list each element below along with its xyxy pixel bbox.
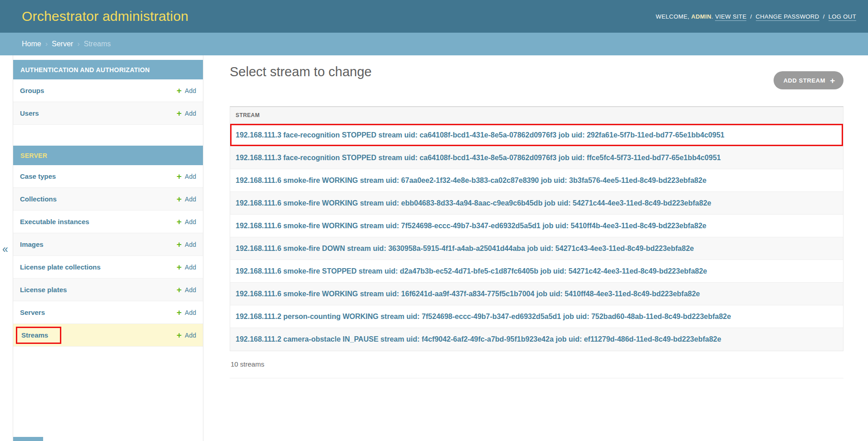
log-out-link[interactable]: LOG OUT	[829, 13, 856, 21]
main-content: Select stream to change ADD STREAM + STR…	[203, 55, 868, 378]
username-suffix: .	[711, 13, 713, 20]
page-title: Select stream to change	[230, 63, 843, 81]
sidebar-link-case-types[interactable]: Case types	[20, 172, 56, 180]
link-separator: /	[749, 13, 754, 20]
sidebar-link-license-plates[interactable]: License plates	[20, 286, 67, 294]
breadcrumb: Home › Server › Streams	[0, 33, 868, 55]
add-streams-link[interactable]: + Add	[177, 331, 196, 339]
sidebar-item-streams: Streams + Add	[13, 324, 203, 347]
sidebar-item-users: Users + Add	[13, 102, 203, 125]
stream-link[interactable]: 192.168.111.6 smoke-fire STOPPED stream …	[236, 267, 707, 275]
change-password-link[interactable]: CHANGE PASSWORD	[756, 13, 819, 21]
plus-icon: +	[177, 172, 182, 181]
welcome-label: WELCOME,	[656, 13, 690, 20]
add-users-link[interactable]: + Add	[177, 109, 196, 118]
sidebar-item-executable-instances: Executable instances + Add	[13, 211, 203, 233]
sidebar-link-images[interactable]: Images	[20, 240, 44, 248]
site-title[interactable]: Orchestrator administration	[22, 9, 188, 24]
column-header-stream[interactable]: STREAM	[236, 112, 260, 118]
plus-icon: +	[177, 285, 182, 294]
stream-link[interactable]: 192.168.111.6 smoke-fire WORKING stream …	[236, 290, 700, 298]
link-separator: /	[821, 13, 827, 20]
view-site-link[interactable]: VIEW SITE	[715, 13, 746, 21]
streams-highlight-box: Streams	[16, 327, 61, 344]
add-case-types-link[interactable]: + Add	[177, 172, 196, 181]
stream-row: 192.168.111.6 smoke-fire WORKING stream …	[230, 283, 843, 305]
app-header: Orchestrator administration WELCOME, ADM…	[0, 0, 868, 33]
stream-link[interactable]: 192.168.111.6 smoke-fire DOWN stream uid…	[236, 245, 694, 253]
add-license-plates-link[interactable]: + Add	[177, 285, 196, 294]
add-groups-link[interactable]: + Add	[177, 86, 196, 95]
stream-row: 192.168.111.3 face-recognition STOPPED s…	[230, 147, 843, 169]
plus-icon: +	[177, 109, 182, 118]
table-header-row: STREAM	[230, 107, 843, 124]
sidebar-link-groups[interactable]: Groups	[20, 87, 44, 94]
module-gap	[13, 125, 203, 146]
stream-row: 192.168.111.2 camera-obstacle IN_PAUSE s…	[230, 328, 843, 351]
stream-link[interactable]: 192.168.111.6 smoke-fire WORKING stream …	[236, 199, 711, 207]
sidebar-link-collections[interactable]: Collections	[20, 195, 57, 203]
sidebar-link-streams[interactable]: Streams	[21, 331, 48, 339]
user-tools: WELCOME, ADMIN. VIEW SITE / CHANGE PASSW…	[656, 13, 857, 20]
plus-icon: +	[177, 217, 182, 226]
add-license-plate-collections-link[interactable]: + Add	[177, 263, 196, 271]
add-images-link[interactable]: + Add	[177, 240, 196, 249]
sidebar-item-groups: Groups + Add	[13, 79, 203, 102]
sidebar-item-license-plates: License plates + Add	[13, 279, 203, 301]
plus-icon: +	[830, 76, 835, 85]
plus-icon: +	[177, 240, 182, 249]
sidebar-item-collections: Collections + Add	[13, 188, 203, 211]
add-collections-link[interactable]: + Add	[177, 195, 196, 203]
breadcrumb-server-link[interactable]: Server	[52, 40, 73, 48]
stream-table: STREAM 192.168.111.3 face-recognition ST…	[230, 106, 843, 351]
stream-row: 192.168.111.2 person-counting WORKING st…	[230, 305, 843, 328]
plus-icon: +	[177, 86, 182, 95]
plus-icon: +	[177, 263, 182, 271]
section-header-auth: AUTHENTICATION AND AUTHORIZATION	[13, 60, 203, 79]
app-sidebar: AUTHENTICATION AND AUTHORIZATION Groups …	[13, 55, 203, 441]
sidebar-item-license-plate-collections: License plate collections + Add	[13, 256, 203, 279]
sidebar-item-images: Images + Add	[13, 233, 203, 256]
breadcrumb-current: Streams	[84, 40, 111, 48]
add-servers-link[interactable]: + Add	[177, 308, 196, 317]
stream-row: 192.168.111.6 smoke-fire WORKING stream …	[230, 215, 843, 237]
stream-link[interactable]: 192.168.111.6 smoke-fire WORKING stream …	[236, 222, 706, 230]
stream-count: 10 streams	[230, 351, 843, 378]
plus-icon: +	[177, 195, 182, 203]
sidebar-collapse-toggle[interactable]: «	[2, 243, 8, 255]
stream-row: 192.168.111.6 smoke-fire DOWN stream uid…	[230, 237, 843, 260]
stream-row: 192.168.111.3 face-recognition STOPPED s…	[230, 124, 843, 147]
section-header-server: SERVER	[13, 146, 203, 165]
stream-link[interactable]: 192.168.111.2 camera-obstacle IN_PAUSE s…	[236, 335, 721, 343]
stream-row: 192.168.111.6 smoke-fire WORKING stream …	[230, 192, 843, 215]
stream-row: 192.168.111.6 smoke-fire WORKING stream …	[230, 169, 843, 192]
username: ADMIN	[691, 13, 712, 20]
stream-link[interactable]: 192.168.111.6 smoke-fire WORKING stream …	[236, 176, 706, 185]
sidebar-link-license-plate-collections[interactable]: License plate collections	[20, 263, 101, 271]
plus-icon: +	[177, 331, 182, 339]
sidebar-link-executable-instances[interactable]: Executable instances	[20, 218, 89, 225]
sidebar-link-users[interactable]: Users	[20, 109, 39, 117]
sidebar-bottom-strip	[13, 437, 43, 441]
stream-link[interactable]: 192.168.111.3 face-recognition STOPPED s…	[236, 131, 725, 139]
sidebar-item-case-types: Case types + Add	[13, 165, 203, 188]
stream-row: 192.168.111.6 smoke-fire STOPPED stream …	[230, 260, 843, 283]
add-stream-button[interactable]: ADD STREAM +	[774, 71, 843, 89]
breadcrumb-separator: ›	[73, 40, 84, 48]
breadcrumb-home-link[interactable]: Home	[22, 40, 41, 48]
breadcrumb-separator: ›	[41, 40, 52, 48]
plus-icon: +	[177, 308, 182, 317]
add-executable-instances-link[interactable]: + Add	[177, 217, 196, 226]
sidebar-link-servers[interactable]: Servers	[20, 309, 45, 316]
stream-link[interactable]: 192.168.111.2 person-counting WORKING st…	[236, 313, 731, 321]
stream-link[interactable]: 192.168.111.3 face-recognition STOPPED s…	[236, 154, 721, 162]
sidebar-item-servers: Servers + Add	[13, 301, 203, 324]
